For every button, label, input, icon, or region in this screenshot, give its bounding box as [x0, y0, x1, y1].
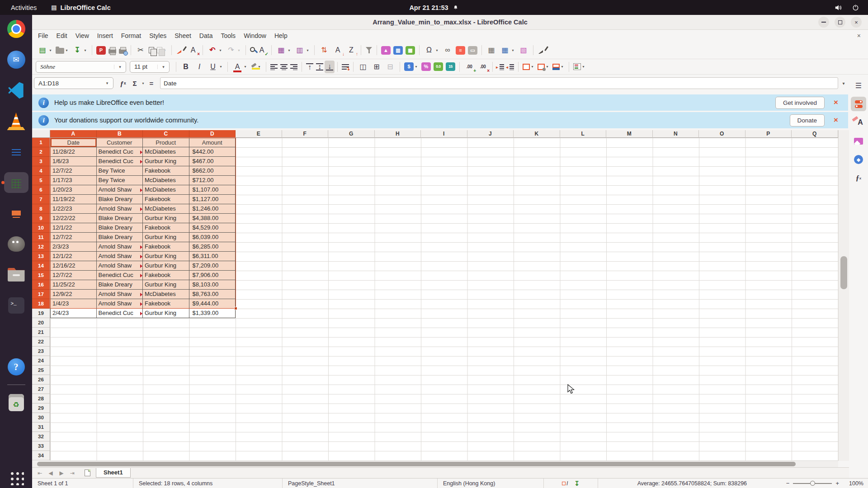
row-header-3[interactable]: 3 — [32, 157, 50, 166]
column-header-G[interactable]: G — [328, 130, 375, 138]
cell-D4[interactable]: $662.00 — [189, 166, 236, 176]
functions-deck[interactable]: ƒx — [851, 171, 866, 185]
cell-A13[interactable]: 12/1/22 — [50, 252, 97, 261]
row-header-7[interactable]: 7 — [32, 195, 50, 204]
delete-decimal-button[interactable]: .00× — [476, 61, 490, 73]
name-box[interactable]: A1:D18 ▾ — [34, 77, 113, 89]
cell-D7[interactable]: $1,127.00 — [189, 195, 236, 204]
styles-deck[interactable]: A — [851, 115, 866, 130]
cell-A6[interactable]: 1/20/23 — [50, 185, 97, 195]
column-header-D[interactable]: D — [189, 130, 236, 138]
insert-sheet-icon[interactable] — [85, 469, 90, 476]
redo-button-dropdown-icon[interactable]: ▾ — [236, 48, 241, 52]
row-header-23[interactable]: 23 — [32, 347, 50, 356]
headers-footers-button[interactable]: ▭ — [467, 44, 479, 56]
statistics-status[interactable]: Average: 24655.7647058824; Sum: 838296 — [598, 479, 786, 488]
cell-A17[interactable]: 12/9/22 — [50, 290, 97, 299]
cell-B3[interactable]: Benedict Cuc — [97, 157, 143, 166]
select-all-corner[interactable] — [32, 130, 50, 138]
cell-B8[interactable]: Arnold Shaw — [97, 204, 143, 214]
cell-D19[interactable]: $1,339.00 — [189, 309, 236, 318]
row-header-16[interactable]: 16 — [32, 280, 50, 290]
navigator-deck[interactable]: ◆ — [851, 152, 866, 167]
menu-format[interactable]: Format — [117, 31, 145, 41]
row-header-28[interactable]: 28 — [32, 394, 50, 404]
format-currency-button[interactable]: $▾ — [403, 61, 420, 73]
selection-handle[interactable] — [234, 307, 237, 310]
align-right-button[interactable] — [289, 61, 299, 73]
cell-A3[interactable]: 1/6/23 — [50, 157, 97, 166]
underline-button-dropdown-icon[interactable]: ▾ — [218, 65, 223, 69]
dock-calc[interactable] — [4, 172, 28, 193]
cell-A8[interactable]: 1/22/23 — [50, 204, 97, 214]
print-button[interactable] — [107, 44, 118, 56]
column-header-B[interactable]: B — [97, 130, 143, 138]
cell-A18[interactable]: 1/4/23 — [50, 299, 97, 309]
cell-C3[interactable]: Gurbur King — [143, 157, 189, 166]
cell-B15[interactable]: Benedict Cuc — [97, 271, 143, 280]
undo-button-dropdown-icon[interactable]: ▾ — [218, 48, 223, 52]
cell-A12[interactable]: 2/3/23 — [50, 242, 97, 252]
save-button-dropdown-icon[interactable]: ▾ — [83, 48, 88, 52]
cell-B10[interactable]: Blake Dreary — [97, 223, 143, 233]
cell-D15[interactable]: $7,906.00 — [189, 271, 236, 280]
volume-icon[interactable] — [835, 5, 842, 11]
cell-A11[interactable]: 12/7/22 — [50, 233, 97, 242]
cell-C8[interactable]: McDiabetes — [143, 204, 189, 214]
format-currency-button-dropdown-icon[interactable]: ▾ — [414, 65, 419, 69]
column-header-O[interactable]: O — [699, 130, 745, 138]
vertical-scrollbar[interactable] — [838, 130, 849, 461]
cell-C17[interactable]: McDiabetes — [143, 290, 189, 299]
row-header-5[interactable]: 5 — [32, 176, 50, 185]
comment-button[interactable]: ≡ — [454, 44, 467, 56]
font-name-combobox[interactable]: Söhne▾ — [36, 61, 126, 73]
cell-C5[interactable]: McDiabetes — [143, 176, 189, 185]
cells-area[interactable]: DateCustomerProductAmount11/28/22Benedic… — [50, 138, 838, 461]
column-header-A[interactable]: A — [50, 130, 97, 138]
cell-A7[interactable]: 11/19/22 — [50, 195, 97, 204]
donate-button[interactable]: Donate — [790, 114, 825, 127]
zoom-in-icon[interactable]: + — [835, 480, 839, 487]
rows-button-dropdown-icon[interactable]: ▾ — [287, 48, 292, 52]
row-header-32[interactable]: 32 — [32, 432, 50, 441]
title-bar[interactable]: Arrang_Value_min_to_max.xlsx - LibreOffi… — [32, 15, 868, 30]
align-bottom-button[interactable]: ↓ — [325, 61, 335, 73]
row-header-21[interactable]: 21 — [32, 328, 50, 337]
cell-A15[interactable]: 12/7/22 — [50, 271, 97, 280]
merge-cells-button[interactable]: ⊞ — [370, 61, 383, 73]
print-preview-button[interactable] — [118, 44, 128, 56]
row-header-2[interactable]: 2 — [32, 147, 50, 157]
center-vertically-button[interactable]: ↕ — [315, 61, 325, 73]
column-header-H[interactable]: H — [375, 130, 421, 138]
new-document-button[interactable]: ▤▾ — [36, 44, 54, 56]
borders-button[interactable]: ▾ — [521, 61, 536, 73]
cell-A19[interactable]: 2/4/23 — [50, 309, 97, 318]
export-pdf-button[interactable]: P — [95, 44, 107, 56]
cell-B7[interactable]: Blake Dreary — [97, 195, 143, 204]
column-header-Q[interactable]: Q — [792, 130, 838, 138]
border-color-button[interactable]: ▾ — [551, 61, 566, 73]
row-header-9[interactable]: 9 — [32, 214, 50, 223]
page-style-status[interactable]: PageStyle_Sheet1 — [283, 479, 438, 488]
save-button[interactable]: ↧▾ — [71, 44, 89, 56]
row-header-8[interactable]: 8 — [32, 204, 50, 214]
menu-window[interactable]: Window — [240, 31, 270, 41]
clone-formatting-button[interactable] — [175, 44, 186, 56]
row-header-22[interactable]: 22 — [32, 337, 50, 347]
row-header-11[interactable]: 11 — [32, 233, 50, 242]
cell-C9[interactable]: Gurbur King — [143, 214, 189, 223]
cell-B13[interactable]: Arnold Shaw — [97, 252, 143, 261]
cell-C14[interactable]: Gurbur King — [143, 261, 189, 271]
cell-C15[interactable]: Fakebook — [143, 271, 189, 280]
cell-B9[interactable]: Blake Dreary — [97, 214, 143, 223]
decrease-indent-button[interactable] — [505, 61, 515, 73]
row-header-19[interactable]: 19 — [32, 309, 50, 318]
column-header-L[interactable]: L — [560, 130, 607, 138]
menu-tools[interactable]: Tools — [217, 31, 240, 41]
dock-impress[interactable] — [4, 203, 28, 224]
font-name-combobox-dropdown-icon[interactable]: ▾ — [114, 65, 126, 69]
cell-A16[interactable]: 11/25/22 — [50, 280, 97, 290]
first-sheet-button[interactable]: ⇤ — [35, 470, 45, 476]
special-character-button[interactable]: Ω▾ — [422, 44, 441, 56]
sort-ascending-button[interactable]: A↓ — [331, 44, 344, 56]
